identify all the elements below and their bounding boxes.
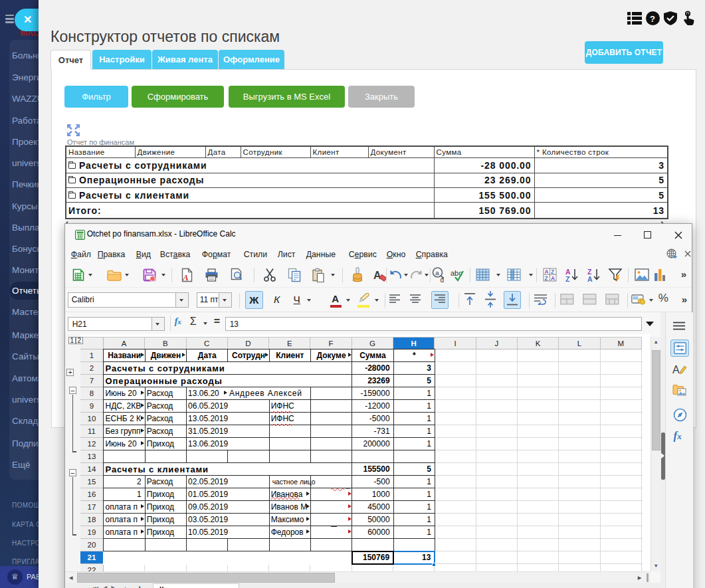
svg-text:Z: Z <box>544 275 548 282</box>
svg-text:A: A <box>373 270 381 281</box>
svg-text:Z: Z <box>551 268 554 275</box>
svg-text:A: A <box>182 272 189 282</box>
svg-text:A: A <box>672 364 680 375</box>
svg-text:A: A <box>544 268 548 275</box>
svg-text:A: A <box>551 275 555 282</box>
svg-text:?: ? <box>650 14 655 24</box>
svg-text:d: d <box>440 276 444 284</box>
svg-text:Z: Z <box>565 275 570 282</box>
svg-text:a: a <box>435 269 439 276</box>
svg-text:A: A <box>587 275 593 282</box>
